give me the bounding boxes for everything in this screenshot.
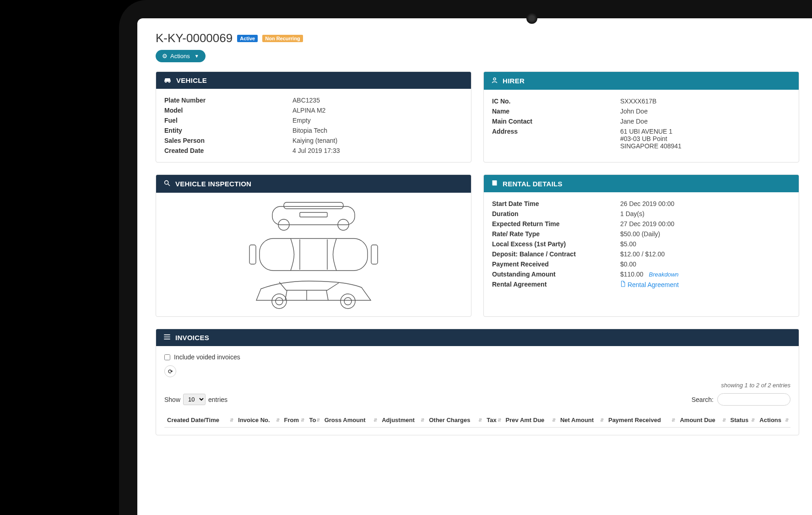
rental-panel-header: RENTAL DETAILS bbox=[484, 175, 799, 192]
invoices-panel-header: INVOICES bbox=[156, 329, 799, 346]
actions-label: Actions bbox=[170, 53, 190, 60]
rental-agreement-row: Rental Agreement Rental Agreement bbox=[492, 279, 790, 290]
search-input[interactable] bbox=[717, 393, 790, 406]
vehicle-row: Plate NumberABC1235 bbox=[164, 95, 463, 105]
svg-rect-4 bbox=[272, 206, 355, 225]
search-control: Search: bbox=[692, 393, 790, 406]
rental-agreement-link[interactable]: Rental Agreement bbox=[620, 281, 679, 288]
invoices-table: Created Date/Time⇵ Invoice No.⇵ From⇵ To… bbox=[164, 413, 790, 428]
inspection-panel-title: VEHICLE INSPECTION bbox=[175, 180, 251, 188]
rental-row: Rate/ Rate Type$50.00 (Daily) bbox=[492, 229, 790, 239]
sort-icon: ⇵ bbox=[722, 418, 726, 422]
svg-line-20 bbox=[326, 290, 328, 300]
show-entries-control: Show 10 entries bbox=[164, 394, 227, 405]
hirer-panel: HIRER IC No.SXXXX617B NameJohn Doe Main … bbox=[483, 71, 799, 163]
search-label: Search: bbox=[692, 396, 714, 403]
sort-icon: ⇵ bbox=[316, 418, 320, 422]
col-created[interactable]: Created Date/Time⇵ bbox=[164, 413, 235, 428]
col-status[interactable]: Status⇵ bbox=[728, 413, 757, 428]
vehicle-row: EntityBitopia Tech bbox=[164, 125, 463, 136]
hirer-panel-header: HIRER bbox=[484, 72, 799, 90]
actions-dropdown-button[interactable]: ⚙ Actions ▼ bbox=[156, 50, 206, 62]
hirer-address-value: 61 UBI AVENUE 1 #03-03 UB Point SINGAPOR… bbox=[620, 128, 682, 150]
invoices-panel: INVOICES Include voided invoices ⟳ showi… bbox=[156, 329, 799, 435]
vehicle-row: ModelALPINA M2 bbox=[164, 105, 463, 115]
col-prev-amt-due[interactable]: Prev Amt Due⇵ bbox=[503, 413, 558, 428]
svg-point-2 bbox=[493, 78, 496, 80]
outstanding-amount-value: $110.00 bbox=[620, 271, 644, 278]
col-from[interactable]: From⇵ bbox=[281, 413, 307, 428]
svg-rect-9 bbox=[249, 245, 256, 264]
refresh-button[interactable]: ⟳ bbox=[164, 365, 176, 377]
showing-entries-text: showing 1 to 2 of 2 entries bbox=[164, 382, 790, 389]
sort-icon: ⇵ bbox=[230, 418, 233, 422]
vehicle-panel-title: VEHICLE bbox=[176, 76, 207, 84]
vehicle-panel: VEHICLE Plate NumberABC1235 ModelALPINA … bbox=[156, 71, 471, 163]
rental-panel-title: RENTAL DETAILS bbox=[503, 180, 563, 188]
hirer-panel-title: HIRER bbox=[503, 77, 525, 85]
svg-point-15 bbox=[276, 298, 283, 305]
include-voided-checkbox[interactable] bbox=[164, 354, 170, 360]
svg-point-17 bbox=[344, 298, 352, 305]
hirer-address-row: Address 61 UBI AVENUE 1 #03-03 UB Point … bbox=[492, 126, 790, 151]
sort-icon: ⇵ bbox=[276, 418, 280, 422]
col-adjustment[interactable]: Adjustment⇵ bbox=[379, 413, 426, 428]
status-badge-nonrecurring: Non Recurring bbox=[262, 35, 303, 42]
hirer-row: NameJohn Doe bbox=[492, 106, 790, 116]
car-inspection-diagram[interactable] bbox=[156, 193, 471, 316]
caret-down-icon: ▼ bbox=[195, 54, 199, 59]
car-icon bbox=[163, 76, 172, 84]
hirer-row: Main ContactJane Doe bbox=[492, 116, 790, 126]
user-icon bbox=[491, 76, 498, 85]
sort-icon: ⇵ bbox=[421, 418, 424, 422]
gear-icon: ⚙ bbox=[162, 53, 168, 60]
rental-row: Expected Return Time27 Dec 2019 00:00 bbox=[492, 219, 790, 229]
svg-point-1 bbox=[168, 81, 170, 82]
list-icon bbox=[163, 334, 171, 342]
col-actions[interactable]: Actions⇵ bbox=[757, 413, 790, 428]
inspection-panel: VEHICLE INSPECTION bbox=[156, 174, 471, 317]
svg-point-0 bbox=[165, 81, 167, 82]
svg-rect-10 bbox=[371, 245, 378, 264]
invoices-panel-title: INVOICES bbox=[175, 334, 209, 342]
hirer-row: IC No.SXXXX617B bbox=[492, 96, 790, 106]
breakdown-link[interactable]: Breakdown bbox=[649, 271, 679, 278]
rental-row: Local Excess (1st Party)$5.00 bbox=[492, 239, 790, 249]
rental-row: Start Date Time26 Dec 2019 00:00 bbox=[492, 199, 790, 209]
vehicle-row: Sales PersonKaiying (tenant) bbox=[164, 136, 463, 146]
col-net-amount[interactable]: Net Amount⇵ bbox=[558, 413, 606, 428]
document-icon bbox=[620, 281, 626, 288]
device-camera bbox=[526, 13, 537, 24]
inspection-panel-header: VEHICLE INSPECTION bbox=[156, 175, 471, 193]
col-to[interactable]: To⇵ bbox=[306, 413, 321, 428]
refresh-icon: ⟳ bbox=[168, 368, 173, 375]
invoices-panel-body: Include voided invoices ⟳ showing 1 to 2… bbox=[156, 346, 799, 435]
rental-row: Duration1 Day(s) bbox=[492, 209, 790, 219]
sort-icon: ⇵ bbox=[600, 418, 604, 422]
col-payment-received[interactable]: Payment Received⇵ bbox=[606, 413, 677, 428]
col-tax[interactable]: Tax⇵ bbox=[484, 413, 503, 428]
magnifier-icon bbox=[163, 179, 171, 188]
device-frame: K-KY-0000069 Active Non Recurring ⚙ Acti… bbox=[119, 0, 812, 515]
svg-rect-5 bbox=[284, 202, 343, 209]
rental-row: Payment Received$0.00 bbox=[492, 259, 790, 269]
book-icon bbox=[491, 179, 498, 188]
col-invoice-no[interactable]: Invoice No.⇵ bbox=[235, 413, 281, 428]
sort-icon: ⇵ bbox=[301, 418, 304, 422]
rental-panel-body: Start Date Time26 Dec 2019 00:00 Duratio… bbox=[484, 192, 799, 296]
vehicle-row: FuelEmpty bbox=[164, 115, 463, 125]
rental-outstanding-row: Outstanding Amount $110.00 Breakdown bbox=[492, 269, 790, 279]
col-other-charges[interactable]: Other Charges⇵ bbox=[426, 413, 484, 428]
rental-row: Deposit: Balance / Contract$12.00 / $12.… bbox=[492, 249, 790, 259]
vehicle-panel-body: Plate NumberABC1235 ModelALPINA M2 FuelE… bbox=[156, 89, 471, 162]
col-gross[interactable]: Gross Amount⇵ bbox=[322, 413, 379, 428]
svg-point-3 bbox=[165, 181, 168, 184]
sort-icon: ⇵ bbox=[552, 418, 556, 422]
sort-icon: ⇵ bbox=[498, 418, 501, 422]
sort-icon: ⇵ bbox=[374, 418, 377, 422]
vehicle-panel-header: VEHICLE bbox=[156, 72, 471, 89]
page-size-select[interactable]: 10 bbox=[183, 394, 206, 405]
sort-icon: ⇵ bbox=[478, 418, 482, 422]
col-amount-due[interactable]: Amount Due⇵ bbox=[677, 413, 727, 428]
page-title: K-KY-0000069 bbox=[156, 31, 233, 45]
